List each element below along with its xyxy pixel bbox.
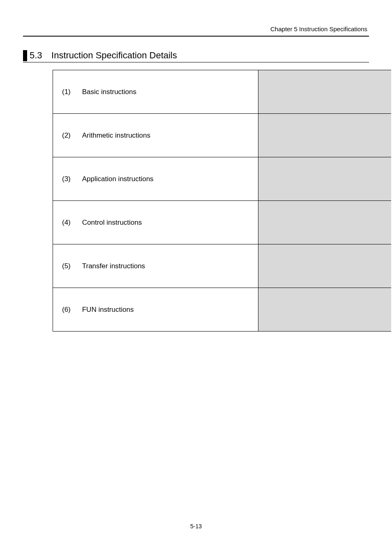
row-right-cell [258, 114, 391, 157]
section-bar [23, 50, 27, 61]
instruction-table: (1) Basic instructions (2) Arithmetic in… [53, 70, 391, 332]
row-num: (3) [62, 175, 76, 183]
row-left-cell: (3) Application instructions [53, 157, 258, 201]
table-row: (3) Application instructions [53, 157, 392, 201]
running-head: Chapter 5 Instruction Specifications [0, 25, 392, 36]
row-label: Arithmetic instructions [82, 131, 150, 140]
row-right-cell [258, 157, 391, 201]
table-row: (2) Arithmetic instructions [53, 114, 392, 157]
row-num: (4) [62, 219, 76, 227]
row-label: Application instructions [82, 175, 154, 183]
row-right-cell [258, 70, 391, 114]
row-left-cell: (5) Transfer instructions [53, 244, 258, 288]
row-label: FUN instructions [82, 306, 134, 314]
row-left-cell: (1) Basic instructions [53, 70, 258, 114]
table-row: (5) Transfer instructions [53, 244, 392, 288]
row-label: Transfer instructions [82, 262, 145, 270]
row-label: Control instructions [82, 219, 142, 227]
row-num: (5) [62, 262, 76, 270]
table-row: (6) FUN instructions [53, 288, 392, 332]
row-label: Basic instructions [82, 88, 136, 96]
table-row: (4) Control instructions [53, 201, 392, 244]
row-num: (6) [62, 306, 76, 314]
row-num: (2) [62, 131, 76, 140]
row-left-cell: (2) Arithmetic instructions [53, 114, 258, 157]
section-heading: 5.3 Instruction Specification Details [23, 50, 369, 62]
row-right-cell [258, 244, 391, 288]
header-rule [23, 36, 369, 37]
table-row: (1) Basic instructions [53, 70, 392, 114]
row-num: (1) [62, 88, 76, 96]
row-right-cell [258, 288, 391, 332]
row-left-cell: (6) FUN instructions [53, 288, 258, 332]
section-number: 5.3 [30, 50, 42, 61]
row-left-cell: (4) Control instructions [53, 201, 258, 244]
section-title: Instruction Specification Details [51, 50, 177, 61]
page-number: 5-13 [0, 523, 392, 530]
row-right-cell [258, 201, 391, 244]
